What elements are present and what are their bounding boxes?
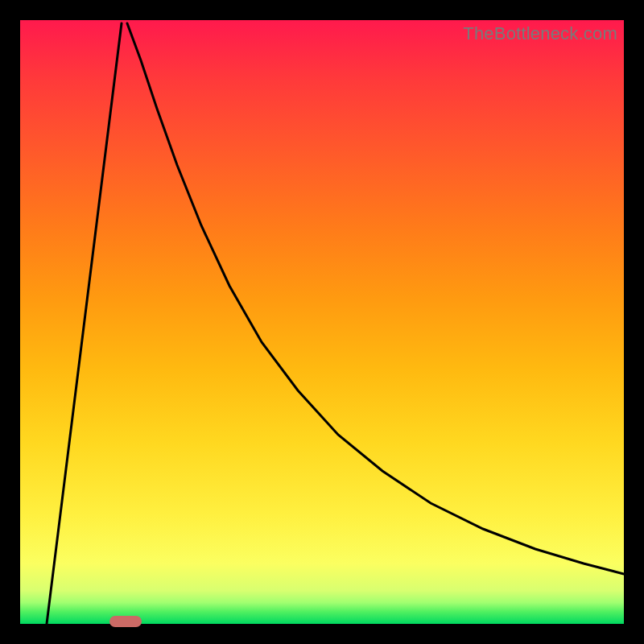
curve-path bbox=[47, 23, 624, 624]
plot-area: TheBottleneck.com bbox=[20, 20, 624, 624]
bottleneck-marker bbox=[109, 616, 142, 627]
watermark-text: TheBottleneck.com bbox=[463, 23, 617, 44]
bottleneck-curve bbox=[20, 20, 624, 624]
chart-frame: TheBottleneck.com bbox=[0, 0, 644, 644]
